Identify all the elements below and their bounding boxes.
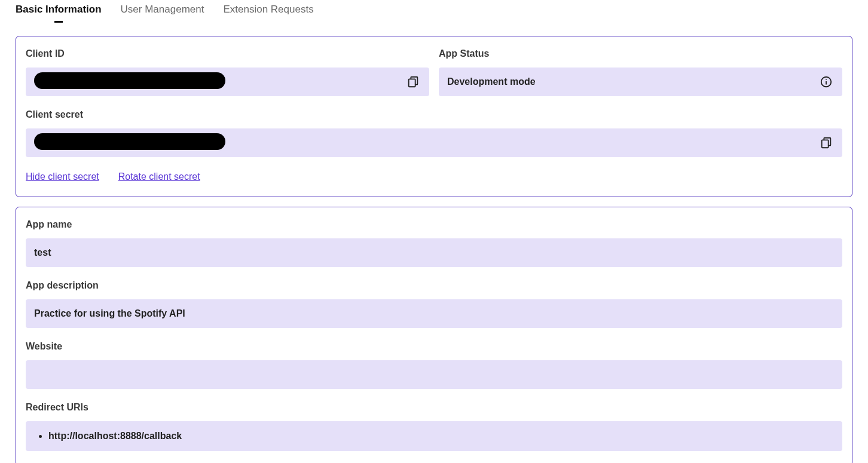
app-description-label: App description — [26, 280, 842, 291]
client-id-label: Client ID — [26, 48, 429, 59]
tab-bar: Basic Information User Management Extens… — [0, 0, 868, 23]
redirect-uris-label: Redirect URIs — [26, 402, 842, 413]
app-status-field: Development mode — [439, 68, 842, 96]
website-label: Website — [26, 341, 842, 352]
app-name-field[interactable]: test — [26, 238, 842, 267]
tab-extension-requests[interactable]: Extension Requests — [223, 4, 313, 23]
copy-icon — [820, 136, 833, 149]
tab-label: Extension Requests — [223, 4, 313, 15]
app-description-field[interactable]: Practice for using the Spotify API — [26, 299, 842, 328]
redirect-uris-list: http://localhost:8888/callback — [34, 430, 834, 443]
client-secret-label: Client secret — [26, 109, 842, 120]
website-field[interactable] — [26, 360, 842, 389]
app-details-panel: App name test App description Practice f… — [16, 207, 852, 463]
app-description-value: Practice for using the Spotify API — [34, 308, 834, 319]
app-name-value: test — [34, 247, 834, 258]
svg-rect-6 — [822, 140, 829, 148]
svg-point-4 — [826, 79, 827, 80]
client-id-field — [26, 68, 429, 96]
redirect-uris-field[interactable]: http://localhost:8888/callback — [26, 421, 842, 451]
rotate-client-secret-link[interactable]: Rotate client secret — [118, 171, 200, 182]
hide-client-secret-link[interactable]: Hide client secret — [26, 171, 99, 182]
svg-rect-1 — [409, 79, 415, 87]
app-status-value: Development mode — [447, 76, 812, 87]
app-name-label: App name — [26, 219, 842, 230]
tab-user-management[interactable]: User Management — [121, 4, 204, 23]
client-secret-value — [34, 133, 812, 152]
app-status-label: App Status — [439, 48, 842, 59]
copy-icon — [407, 75, 420, 88]
redirect-uri-item: http://localhost:8888/callback — [48, 430, 834, 443]
credentials-panel: Client ID App Status Development mode — [16, 36, 852, 197]
client-secret-field — [26, 128, 842, 157]
secret-links-row: Hide client secret Rotate client secret — [26, 171, 842, 182]
info-icon — [820, 75, 833, 88]
tab-label: Basic Information — [16, 4, 102, 15]
copy-client-secret-button[interactable] — [818, 135, 834, 151]
redacted-client-secret — [34, 133, 225, 150]
tab-label: User Management — [121, 4, 204, 15]
client-id-value — [34, 72, 399, 91]
copy-client-id-button[interactable] — [405, 74, 421, 90]
app-status-info-button[interactable] — [818, 74, 834, 90]
redacted-client-id — [34, 72, 225, 89]
tab-basic-information[interactable]: Basic Information — [16, 4, 102, 23]
